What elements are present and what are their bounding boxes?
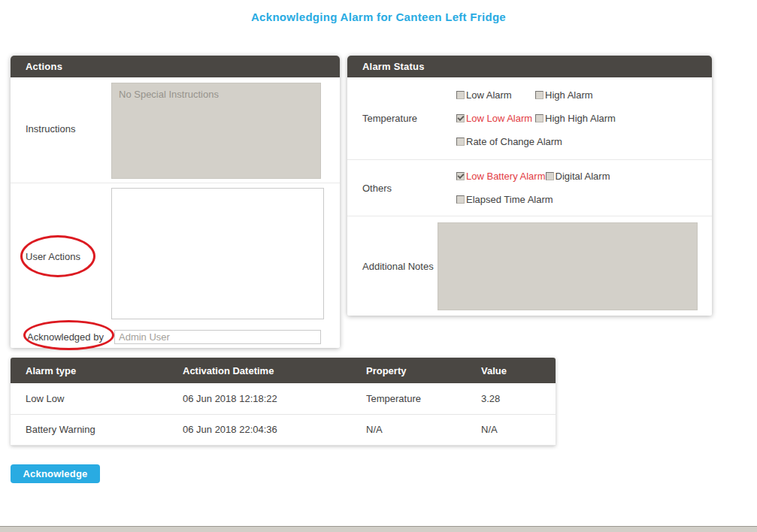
checkbox-label: Digital Alarm: [556, 171, 610, 182]
additional-notes-section: Additional Notes: [347, 216, 712, 316]
alarm-status-panel-header: Alarm Status: [347, 56, 712, 77]
acknowledge-alarm-page: Acknowledging Alarm for Canteen Left Fri…: [0, 0, 757, 532]
checkbox-unchecked-icon[interactable]: [456, 91, 465, 99]
bottom-status-strip: [0, 526, 757, 532]
table-cell: N/A: [351, 414, 466, 445]
section-divider: [11, 183, 340, 183]
checkbox-unchecked-icon[interactable]: [546, 172, 554, 180]
checkbox-checked-icon[interactable]: [456, 114, 465, 122]
checkbox-row: Elapsed Time Alarm: [456, 194, 625, 205]
page-title: Acknowledging Alarm for Canteen Left Fri…: [0, 11, 757, 23]
table-row: Battery Warning06 Jun 2018 22:04:36N/AN/…: [11, 414, 556, 445]
alarm-checkbox-low-alarm[interactable]: Low Alarm: [456, 89, 535, 101]
user-actions-label: User Actions: [26, 251, 80, 262]
status-group-temperature: TemperatureLow AlarmHigh AlarmLow Low Al…: [347, 77, 712, 160]
alarm-checkbox-low-battery-alarm[interactable]: Low Battery Alarm: [456, 171, 546, 182]
checkbox-rows: Low Battery AlarmDigital AlarmElapsed Ti…: [456, 160, 625, 216]
checkbox-row: Low AlarmHigh Alarm: [456, 89, 616, 101]
actions-panel: Actions Instructions No Special Instruct…: [11, 56, 340, 348]
user-actions-textarea[interactable]: [111, 188, 324, 319]
table-cell: Temperature: [351, 383, 466, 414]
alarm-checkbox-high-alarm[interactable]: High Alarm: [535, 89, 614, 101]
alarm-checkbox-elapsed-time-alarm[interactable]: Elapsed Time Alarm: [456, 194, 553, 205]
table-cell: 3.28: [466, 383, 556, 414]
checkbox-unchecked-icon[interactable]: [456, 138, 465, 146]
table-header-row: Alarm typeActivation DatetimePropertyVal…: [11, 358, 556, 383]
checkbox-label: High Alarm: [545, 89, 593, 101]
checkbox-rows: Low AlarmHigh AlarmLow Low AlarmHigh Hig…: [456, 77, 616, 159]
table-cell: 06 Jun 2018 22:04:36: [168, 414, 351, 445]
column-header-value: Value: [466, 358, 556, 383]
checkbox-label: High High Alarm: [545, 113, 616, 124]
checkbox-label: Low Battery Alarm: [466, 171, 546, 182]
column-header-alarm-type: Alarm type: [11, 358, 168, 383]
alarm-status-groups: TemperatureLow AlarmHigh AlarmLow Low Al…: [347, 77, 712, 216]
column-header-activation-datetime: Activation Datetime: [168, 358, 351, 383]
checkbox-label: Low Alarm: [466, 89, 512, 101]
checkbox-row: Rate of Change Alarm: [456, 136, 616, 147]
checkbox-unchecked-icon[interactable]: [535, 91, 544, 99]
status-group-label: Others: [362, 160, 456, 216]
table-cell: N/A: [466, 414, 556, 445]
status-group-others: OthersLow Battery AlarmDigital AlarmElap…: [347, 160, 712, 216]
alarm-checkbox-digital-alarm[interactable]: Digital Alarm: [546, 171, 625, 182]
alarm-checkbox-low-low-alarm[interactable]: Low Low Alarm: [456, 113, 535, 124]
table-cell: Low Low: [11, 383, 168, 414]
checkbox-checked-icon[interactable]: [456, 172, 465, 180]
acknowledge-button[interactable]: Acknowledge: [11, 464, 100, 483]
table-cell: 06 Jun 2018 12:18:22: [168, 383, 351, 414]
alarm-status-panel: Alarm Status TemperatureLow AlarmHigh Al…: [347, 56, 712, 316]
alarm-table: Alarm typeActivation DatetimePropertyVal…: [11, 358, 556, 446]
instructions-textarea: No Special Instructions: [111, 83, 321, 179]
additional-notes-textarea: [438, 222, 698, 310]
checkbox-row: Low Low AlarmHigh High Alarm: [456, 113, 616, 124]
checkbox-row: Low Battery AlarmDigital Alarm: [456, 171, 625, 182]
status-group-label: Temperature: [362, 77, 456, 159]
alarm-checkbox-rate-of-change-alarm[interactable]: Rate of Change Alarm: [456, 136, 562, 147]
checkbox-unchecked-icon[interactable]: [535, 114, 544, 122]
instructions-label: Instructions: [26, 123, 75, 135]
checkbox-unchecked-icon[interactable]: [456, 195, 465, 204]
checkbox-label: Low Low Alarm: [466, 113, 532, 124]
alarm-checkbox-high-high-alarm[interactable]: High High Alarm: [535, 113, 616, 124]
actions-panel-header: Actions: [11, 56, 340, 77]
acknowledged-by-input[interactable]: [114, 330, 321, 344]
table-row: Low Low06 Jun 2018 12:18:22Temperature3.…: [11, 383, 556, 414]
checkbox-label: Rate of Change Alarm: [466, 136, 562, 147]
checkbox-label: Elapsed Time Alarm: [466, 194, 553, 205]
additional-notes-label: Additional Notes: [362, 261, 438, 272]
table-cell: Battery Warning: [11, 414, 168, 445]
acknowledged-by-label: Acknowledged by: [27, 331, 104, 343]
column-header-property: Property: [351, 358, 466, 383]
